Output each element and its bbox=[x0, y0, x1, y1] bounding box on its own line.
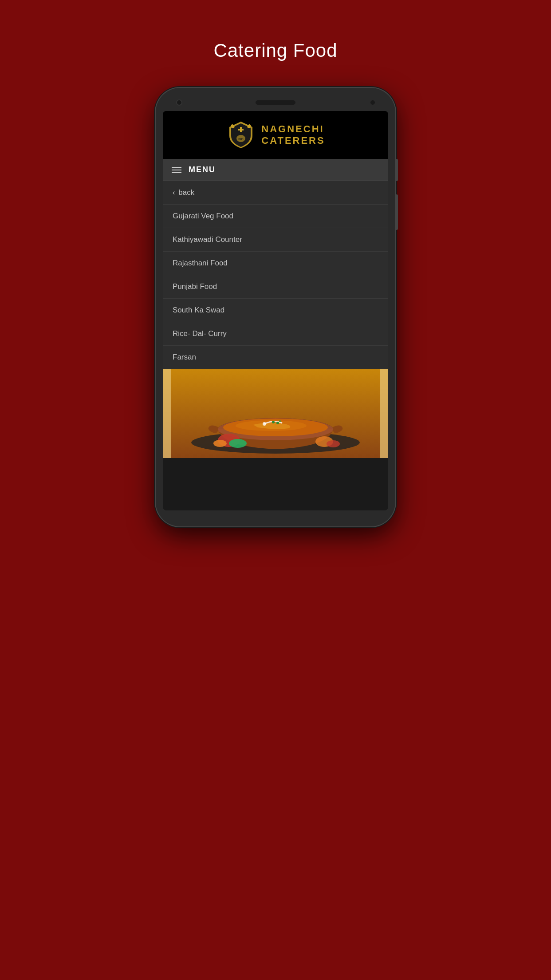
svg-point-17 bbox=[327, 440, 340, 447]
curry-bowl-illustration bbox=[187, 371, 364, 456]
app-header: NC NAGNECHI CATERERS bbox=[163, 111, 388, 159]
phone-frame: NC NAGNECHI CATERERS MENU ‹ bbox=[156, 88, 395, 526]
back-chevron-icon: ‹ bbox=[173, 189, 175, 197]
menu-item-text: Rajasthani Food bbox=[173, 259, 228, 268]
menu-item-text: Kathiyawadi Counter bbox=[173, 235, 242, 244]
svg-point-11 bbox=[276, 422, 279, 424]
front-sensor bbox=[370, 100, 375, 105]
phone-top-bar bbox=[163, 100, 388, 105]
yellow-strip-left bbox=[163, 369, 171, 458]
logo-name: NAGNECHI bbox=[261, 123, 325, 135]
svg-text:NC: NC bbox=[239, 137, 244, 141]
svg-rect-1 bbox=[238, 129, 244, 130]
earpiece-speaker bbox=[256, 100, 295, 105]
menu-item-rice-dal-curry[interactable]: Rice- Dal- Curry bbox=[163, 322, 388, 346]
food-image-area bbox=[163, 369, 388, 458]
yellow-strip-right bbox=[380, 369, 388, 458]
menu-item-text: Gujarati Veg Food bbox=[173, 212, 233, 221]
hamburger-icon[interactable] bbox=[172, 167, 181, 173]
svg-point-9 bbox=[263, 422, 266, 426]
logo-emblem: NC bbox=[226, 120, 256, 150]
phone-screen: NC NAGNECHI CATERERS MENU ‹ bbox=[163, 111, 388, 510]
svg-point-12 bbox=[279, 420, 281, 422]
menu-item-rajasthani-food[interactable]: Rajasthani Food bbox=[163, 252, 388, 275]
hamburger-line-3 bbox=[172, 172, 181, 173]
menu-item-text: Punjabi Food bbox=[173, 282, 217, 291]
menu-item-gujarati-veg-food[interactable]: Gujarati Veg Food bbox=[163, 205, 388, 228]
svg-point-15 bbox=[213, 440, 227, 447]
menu-item-farsan[interactable]: Farsan bbox=[163, 346, 388, 369]
menu-item-kathiyawadi-counter[interactable]: Kathiyawadi Counter bbox=[163, 228, 388, 252]
menu-bar[interactable]: MENU bbox=[163, 159, 388, 181]
menu-item-text: Farsan bbox=[173, 353, 196, 362]
menu-item-text: Rice- Dal- Curry bbox=[173, 329, 227, 338]
volume-button bbox=[395, 194, 398, 230]
page-title: Catering Food bbox=[213, 40, 337, 61]
menu-item-punjabi-food[interactable]: Punjabi Food bbox=[163, 275, 388, 299]
svg-point-14 bbox=[229, 439, 247, 448]
menu-item-south-ka-swad[interactable]: South Ka Swad bbox=[163, 299, 388, 322]
menu-item-back[interactable]: ‹ back bbox=[163, 181, 388, 205]
logo-text: NAGNECHI CATERERS bbox=[261, 123, 325, 146]
logo-area: NC NAGNECHI CATERERS bbox=[226, 120, 325, 150]
hamburger-line-1 bbox=[172, 167, 181, 168]
back-label: back bbox=[178, 188, 194, 197]
hamburger-line-2 bbox=[172, 170, 181, 170]
menu-list: ‹ back Gujarati Veg Food Kathiyawadi Cou… bbox=[163, 181, 388, 369]
front-camera bbox=[176, 99, 182, 106]
menu-label: MENU bbox=[189, 165, 216, 174]
power-button bbox=[395, 159, 398, 181]
svg-point-10 bbox=[272, 421, 275, 423]
menu-item-text: South Ka Swad bbox=[173, 306, 224, 315]
logo-sub: CATERERS bbox=[261, 135, 325, 146]
